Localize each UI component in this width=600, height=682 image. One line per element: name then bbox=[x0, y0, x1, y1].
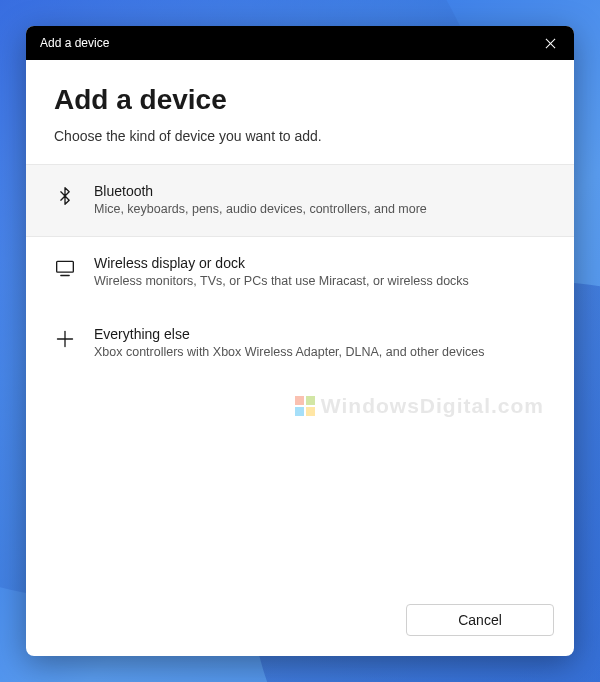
svg-rect-2 bbox=[57, 261, 74, 272]
option-wireless-display[interactable]: Wireless display or dock Wireless monito… bbox=[26, 237, 574, 308]
device-options-list: Bluetooth Mice, keyboards, pens, audio d… bbox=[26, 164, 574, 379]
page-title: Add a device bbox=[54, 84, 546, 116]
option-title: Wireless display or dock bbox=[94, 255, 546, 271]
watermark-text: WindowsDigital.com bbox=[321, 394, 544, 418]
dialog-footer: Cancel bbox=[26, 588, 574, 656]
dialog-content: Add a device Choose the kind of device y… bbox=[26, 60, 574, 656]
titlebar-title: Add a device bbox=[40, 36, 109, 50]
add-device-dialog: Add a device Add a device Choose the kin… bbox=[26, 26, 574, 656]
page-subtitle: Choose the kind of device you want to ad… bbox=[54, 128, 546, 144]
option-text: Bluetooth Mice, keyboards, pens, audio d… bbox=[94, 183, 546, 218]
titlebar: Add a device bbox=[26, 26, 574, 60]
close-button[interactable] bbox=[540, 33, 560, 53]
cancel-button[interactable]: Cancel bbox=[406, 604, 554, 636]
option-description: Xbox controllers with Xbox Wireless Adap… bbox=[94, 344, 546, 361]
option-description: Wireless monitors, TVs, or PCs that use … bbox=[94, 273, 546, 290]
option-title: Bluetooth bbox=[94, 183, 546, 199]
option-text: Wireless display or dock Wireless monito… bbox=[94, 255, 546, 290]
plus-icon bbox=[54, 328, 76, 350]
display-icon bbox=[54, 257, 76, 279]
option-description: Mice, keyboards, pens, audio devices, co… bbox=[94, 201, 546, 218]
watermark-logo-icon bbox=[295, 396, 315, 416]
option-title: Everything else bbox=[94, 326, 546, 342]
option-text: Everything else Xbox controllers with Xb… bbox=[94, 326, 546, 361]
bluetooth-icon bbox=[54, 185, 76, 207]
watermark: WindowsDigital.com bbox=[295, 394, 544, 418]
header: Add a device Choose the kind of device y… bbox=[26, 60, 574, 164]
option-bluetooth[interactable]: Bluetooth Mice, keyboards, pens, audio d… bbox=[26, 164, 574, 237]
option-everything-else[interactable]: Everything else Xbox controllers with Xb… bbox=[26, 308, 574, 379]
close-icon bbox=[545, 38, 556, 49]
